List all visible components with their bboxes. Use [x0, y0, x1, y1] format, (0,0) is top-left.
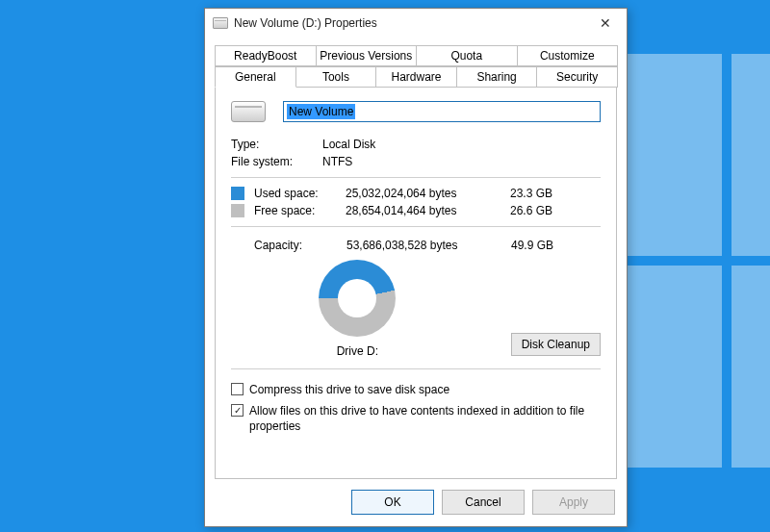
index-label: Allow files on this drive to have conten…	[249, 403, 601, 434]
used-swatch-icon	[231, 187, 244, 200]
tab-readyboost[interactable]: ReadyBoost	[215, 45, 317, 66]
tab-hardware[interactable]: Hardware	[375, 66, 457, 88]
capacity-bytes: 53,686,038,528 bytes	[346, 239, 496, 252]
tab-previous-versions[interactable]: Previous Versions	[316, 45, 418, 66]
general-panel: New Volume Type: Local Disk File system:…	[215, 87, 617, 479]
tab-quota[interactable]: Quota	[416, 45, 518, 66]
drive-icon	[213, 17, 228, 29]
compress-label: Compress this drive to save disk space	[249, 382, 449, 397]
tab-security[interactable]: Security	[536, 66, 618, 88]
drive-large-icon	[231, 101, 266, 122]
filesystem-label: File system:	[231, 155, 322, 168]
used-bytes: 25,032,024,064 bytes	[346, 187, 495, 200]
separator	[231, 368, 601, 369]
free-gb: 26.6 GB	[495, 204, 552, 217]
tab-tools[interactable]: Tools	[295, 66, 377, 88]
tabs: ReadyBoost Previous Versions Quota Custo…	[205, 38, 627, 88]
window-title: New Volume (D:) Properties	[234, 16, 586, 30]
ok-button[interactable]: OK	[351, 490, 434, 515]
close-button[interactable]: ✕	[586, 10, 625, 37]
free-label: Free space:	[254, 204, 346, 217]
cancel-button[interactable]: Cancel	[442, 490, 525, 515]
separator	[231, 177, 601, 178]
properties-dialog: New Volume (D:) Properties ✕ ReadyBoost …	[204, 8, 628, 527]
tab-general[interactable]: General	[215, 66, 296, 88]
apply-button[interactable]: Apply	[532, 490, 615, 515]
type-value: Local Disk	[322, 138, 375, 151]
type-label: Type:	[231, 138, 322, 151]
tab-sharing[interactable]: Sharing	[456, 66, 538, 88]
dialog-buttons: OK Cancel Apply	[205, 480, 627, 526]
filesystem-value: NTFS	[322, 155, 352, 168]
capacity-label: Capacity:	[231, 239, 346, 252]
index-checkbox[interactable]	[231, 404, 244, 417]
free-swatch-icon	[231, 204, 244, 217]
used-gb: 23.3 GB	[495, 187, 552, 200]
capacity-gb: 49.9 GB	[496, 239, 553, 252]
used-label: Used space:	[254, 187, 346, 200]
titlebar: New Volume (D:) Properties ✕	[205, 9, 627, 38]
compress-checkbox[interactable]	[231, 383, 244, 395]
free-bytes: 28,654,014,464 bytes	[346, 204, 495, 217]
usage-donut-chart	[319, 260, 396, 337]
disk-cleanup-button[interactable]: Disk Cleanup	[511, 333, 601, 356]
drive-label: Drive D:	[337, 344, 378, 358]
volume-name-input[interactable]: New Volume	[283, 101, 601, 122]
tab-customize[interactable]: Customize	[517, 45, 619, 66]
separator	[231, 226, 601, 227]
